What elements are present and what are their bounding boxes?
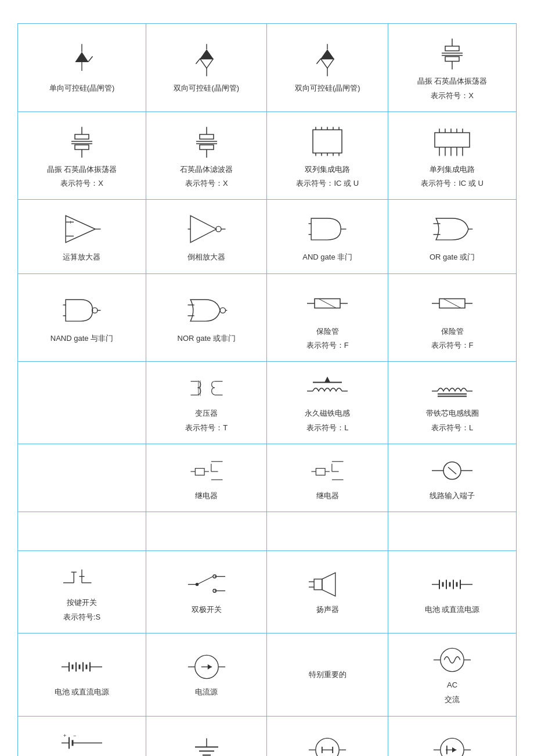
table-cell: 变压器表示符号：T: [146, 362, 267, 444]
table-cell: 双列集成电路表示符号：IC 或 U: [267, 111, 388, 200]
table-cell: [388, 512, 517, 551]
table-cell: OR gate 或门: [388, 200, 517, 274]
table-cell: 公共接地端: [146, 716, 267, 756]
table-cell: [18, 512, 146, 551]
table-cell: 永久磁铁电感表示符号：L: [267, 362, 388, 444]
table-cell: 石英晶体滤波器表示符号：X: [146, 111, 267, 200]
table-cell: 运算放大器: [18, 200, 146, 274]
table-cell: 电池 或直流电源: [388, 551, 517, 633]
table-cell: 电流源: [146, 633, 267, 716]
table-cell: 倒相放大器: [146, 200, 267, 274]
main-table: 单向可控硅(晶闸管)双向可控硅(晶闸管)双向可控硅(晶闸管)晶振 石英晶体振荡器…: [17, 23, 517, 756]
table-cell: 扬声器: [267, 551, 388, 633]
table-cell: 恒压源: [267, 716, 388, 756]
table-cell: 特别重要的: [267, 633, 388, 716]
table-cell: [267, 512, 388, 551]
table-cell: [18, 362, 146, 444]
table-cell: 按键开关表示符号:S: [18, 551, 146, 633]
table-cell: 保险管表示符号：F: [267, 273, 388, 362]
table-cell: 晶振 石英晶体振荡器表示符号：X: [18, 111, 146, 200]
table-cell: 带铁芯电感线圈表示符号：L: [388, 362, 517, 444]
table-cell: 恒流源: [388, 716, 517, 756]
table-cell: 双极开关: [146, 551, 267, 633]
table-cell: 双向可控硅(晶闸管): [267, 24, 388, 112]
table-cell: DC直流: [18, 716, 146, 756]
table-cell: NAND gate 与非门: [18, 273, 146, 362]
table-cell: 单向可控硅(晶闸管): [18, 24, 146, 112]
table-cell: [146, 512, 267, 551]
table-cell: [18, 444, 146, 512]
table-cell: 继电器: [267, 444, 388, 512]
table-cell: 电池 或直流电源: [18, 633, 146, 716]
table-cell: 保险管表示符号：F: [388, 273, 517, 362]
table-cell: 晶振 石英晶体振荡器表示符号：X: [388, 24, 517, 112]
table-cell: AC交流: [388, 633, 517, 716]
table-cell: 线路输入端子: [388, 444, 517, 512]
table-cell: NOR gate 或非门: [146, 273, 267, 362]
table-cell: 继电器: [146, 444, 267, 512]
table-cell: 双向可控硅(晶闸管): [146, 24, 267, 112]
table-cell: AND gate 非门: [267, 200, 388, 274]
table-cell: 单列集成电路表示符号：IC 或 U: [388, 111, 517, 200]
